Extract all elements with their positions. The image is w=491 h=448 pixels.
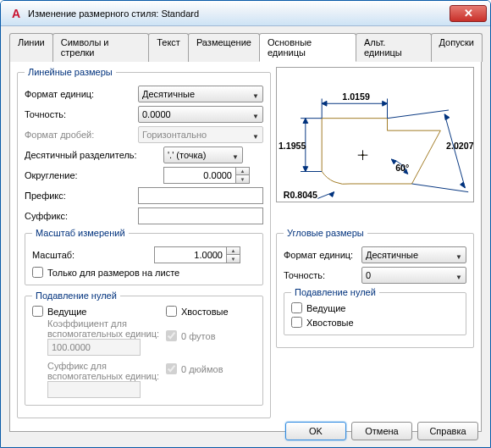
fraction-label: Формат дробей: xyxy=(25,130,135,140)
trailing-checkbox[interactable]: Хвостовые xyxy=(166,306,251,317)
ang-trailing-checkbox[interactable]: Хвостовые xyxy=(291,317,459,328)
subunit-factor-label: Коэффициент для вспомогательных единиц: xyxy=(47,318,159,339)
zero-suppress-group: Подавление нулей Ведущие Коэффициент для… xyxy=(25,290,263,406)
prefix-label: Префикс: xyxy=(25,191,135,201)
window-title: Изменение размерного стиля: Standard xyxy=(28,8,450,19)
scale-legend: Масштаб измерений xyxy=(32,228,129,238)
tab-strip: Линии Символы и стрелки Текст Размещение… xyxy=(9,33,482,62)
svg-line-10 xyxy=(388,110,450,119)
tab-tolerances[interactable]: Допуски xyxy=(431,33,483,62)
ang-format-label: Формат единиц: xyxy=(284,250,358,260)
ang-precision-label: Точность: xyxy=(284,270,358,280)
svg-line-11 xyxy=(412,184,469,192)
tab-lines[interactable]: Линии xyxy=(9,33,53,62)
tab-fit[interactable]: Размещение xyxy=(188,33,260,62)
subunit-suffix-label: Суффикс для вспомогательных единиц: xyxy=(47,361,159,381)
ang-zero-group: Подавление нулей Ведущие Хвостовые xyxy=(284,287,466,335)
separator-select[interactable]: '.' (точка) xyxy=(163,147,243,163)
svg-text:2.0207: 2.0207 xyxy=(446,141,473,151)
svg-text:1.1955: 1.1955 xyxy=(279,141,306,151)
round-spinner[interactable]: 0.0000▲▼ xyxy=(163,167,250,184)
suffix-input[interactable] xyxy=(138,207,263,224)
separator-label: Десятичный разделитель: xyxy=(25,150,160,160)
scale-group: Масштаб измерений Масштаб: 1.0000▲▼ Толь… xyxy=(25,228,263,285)
svg-text:1.0159: 1.0159 xyxy=(342,91,370,102)
tab-text[interactable]: Текст xyxy=(148,33,189,62)
ang-zero-legend: Подавление нулей xyxy=(291,287,379,297)
subunit-suffix-input xyxy=(47,381,141,398)
tab-symbols[interactable]: Символы и стрелки xyxy=(52,33,149,62)
spin-up-icon[interactable]: ▲ xyxy=(227,247,240,255)
ang-precision-select[interactable]: 0 xyxy=(361,267,466,284)
linear-group: Линейные размеры Формат единиц:Десятичны… xyxy=(17,67,271,418)
tab-primary-units[interactable]: Основные единицы xyxy=(259,33,356,62)
layout-only-checkbox[interactable]: Только для размеров на листе xyxy=(32,267,256,278)
ang-leading-checkbox[interactable]: Ведущие xyxy=(291,302,459,313)
svg-text:60°: 60° xyxy=(395,163,409,174)
linear-legend: Линейные размеры xyxy=(25,67,116,77)
scale-spinner[interactable]: 1.0000▲▼ xyxy=(154,246,240,263)
angular-group: Угловые размеры Формат единиц:Десятичные… xyxy=(276,228,474,348)
cancel-button[interactable]: Отмена xyxy=(351,422,412,440)
scale-label: Масштаб: xyxy=(32,250,151,260)
ang-format-select[interactable]: Десятичные градусы xyxy=(361,246,466,263)
tab-alt-units[interactable]: Альт. единицы xyxy=(356,33,432,62)
titlebar: A Изменение размерного стиля: Standard ✕ xyxy=(1,1,490,26)
spin-down-icon[interactable]: ▼ xyxy=(227,255,240,263)
spin-up-icon[interactable]: ▲ xyxy=(236,168,249,175)
feet-checkbox: 0 футов xyxy=(166,330,251,341)
dimension-preview: 1.0159 1.1955 2.0207 60° R0.8045 xyxy=(276,67,474,202)
spin-down-icon[interactable]: ▼ xyxy=(236,175,249,183)
app-icon: A xyxy=(9,7,23,20)
unit-format-select[interactable]: Десятичные xyxy=(138,86,263,102)
close-button[interactable]: ✕ xyxy=(450,5,487,22)
ok-button[interactable]: OK xyxy=(285,422,346,440)
fraction-select: Горизонтально xyxy=(138,126,263,143)
angular-legend: Угловые размеры xyxy=(284,228,367,238)
subunit-factor-input xyxy=(47,339,141,356)
svg-text:R0.8045: R0.8045 xyxy=(284,190,317,200)
precision-select[interactable]: 0.0000 xyxy=(138,106,263,123)
leading-checkbox[interactable]: Ведущие xyxy=(32,306,159,317)
unit-format-label: Формат единиц: xyxy=(25,89,135,99)
prefix-input[interactable] xyxy=(138,187,263,204)
precision-label: Точность: xyxy=(25,109,135,119)
help-button[interactable]: Справка xyxy=(417,422,478,440)
zero-legend: Подавление нулей xyxy=(32,290,120,301)
suffix-label: Суффикс: xyxy=(25,211,135,221)
inches-checkbox: 0 дюймов xyxy=(166,363,251,374)
round-label: Округление: xyxy=(25,170,160,180)
